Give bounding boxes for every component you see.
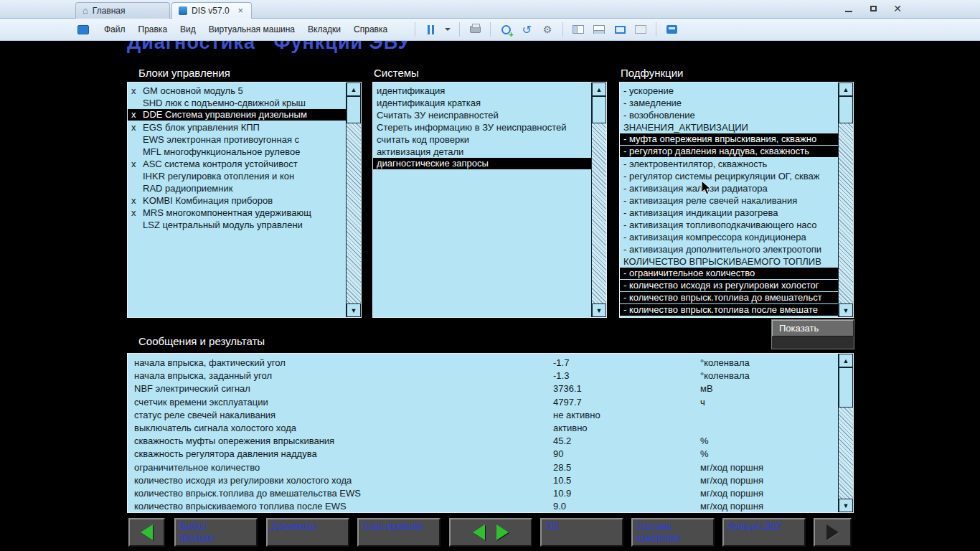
result-name: скважность регулятора давления наддува <box>134 448 317 461</box>
fullscreen-icon[interactable] <box>612 22 628 37</box>
scroll-thumb[interactable] <box>347 96 361 123</box>
control-unit-item[interactable]: xGM основной модуль 5 <box>128 85 346 97</box>
scroll-down-icon[interactable]: ▼ <box>347 303 361 317</box>
minimize-button[interactable] <box>839 1 858 15</box>
scroll-thumb[interactable] <box>839 367 853 408</box>
result-unit: мг/ход поршня <box>700 461 763 474</box>
revert-snapshot-icon[interactable]: ↺ <box>519 22 534 37</box>
subfunction-item[interactable]: - электровентилятор, скважность <box>620 158 838 170</box>
control-unit-item[interactable]: xEGS блок управления КПП <box>128 121 346 133</box>
subfunction-item[interactable]: ЗНАЧЕНИЯ_АКТИВИЗАЦИИ <box>620 121 838 133</box>
subfunction-item[interactable]: КОЛИЧЕСТВО ВПРЫСКИВАЕМОГО ТОПЛИВ <box>620 255 838 268</box>
control-unit-item[interactable]: xASC система контроля устойчивост <box>128 158 346 170</box>
page-navigation-button[interactable] <box>449 518 532 547</box>
chevron-down-icon[interactable] <box>443 22 452 37</box>
subfunction-item[interactable]: - количество исходя из регулировки холос… <box>620 280 838 291</box>
subfunction-item[interactable]: - замедление <box>620 97 838 109</box>
control-unit-item[interactable]: SHD люк с подъемно-сдвижной крыш <box>128 97 346 109</box>
take-snapshot-icon[interactable] <box>498 22 514 37</box>
systems-scrollbar[interactable]: ▲ ▼ <box>591 83 606 317</box>
tab-close-icon[interactable]: × <box>236 6 245 15</box>
scroll-down-icon[interactable]: ▼ <box>839 499 853 512</box>
console-view-icon[interactable] <box>633 22 649 37</box>
show-library-icon[interactable] <box>570 22 586 37</box>
control-unit-item[interactable]: xMRS многокомпонентная удерживающ <box>128 207 346 219</box>
unit-label: MRS многокомпонентная удерживающ <box>143 207 311 218</box>
menu-item[interactable]: Файл <box>98 21 132 38</box>
menu-item[interactable]: Справка <box>347 21 394 38</box>
menu-item[interactable]: Виртуальная машина <box>202 21 301 38</box>
menu-item[interactable]: Правка <box>132 21 174 38</box>
control-units-scrollbar[interactable]: ▲ ▼ <box>346 83 361 317</box>
show-thumbnails-icon[interactable] <box>591 22 607 37</box>
system-item[interactable]: считать код проверки <box>373 133 591 146</box>
control-unit-item[interactable]: xDDE Система управления дизельным <box>128 109 346 121</box>
snapshot-manager-icon[interactable]: ⚙ <box>540 22 555 37</box>
page-title: Диагностика Функции ЭБУ <box>127 41 410 52</box>
systems-list: идентификация идентификация краткая Счит… <box>373 83 591 317</box>
scroll-up-icon[interactable]: ▲ <box>347 83 361 96</box>
result-value: 45.2 <box>553 435 571 448</box>
subfunction-item[interactable]: - активизация жалюзи радиатора <box>620 182 838 194</box>
system-item[interactable]: Считать ЗУ неисправностей <box>373 109 591 121</box>
result-row: количество исходя из регулировки холосто… <box>128 474 838 487</box>
system-item[interactable]: активизация детали <box>373 146 591 158</box>
subfunction-item[interactable]: - количество впрыск.топлива после вмешат… <box>620 304 838 316</box>
show-button[interactable]: Показать <box>772 320 854 336</box>
subfunction-item[interactable]: - возобновление <box>620 109 838 121</box>
test-plan-button[interactable]: План проверки <box>357 518 440 547</box>
unit-mark: x <box>131 85 143 97</box>
dis-app-icon <box>179 6 187 15</box>
documents-button[interactable]: Документы <box>266 518 349 547</box>
control-unit-item[interactable]: EWS электронная противоугонная с <box>128 133 346 146</box>
toolbar-separator <box>490 22 491 37</box>
measurement-system-button[interactable]: Система измерений <box>631 518 715 547</box>
menu-item[interactable]: Вид <box>174 21 202 38</box>
subfunction-item[interactable]: - ограничительное количество <box>620 268 838 279</box>
system-item[interactable]: идентификация краткая <box>373 97 591 109</box>
subfunctions-scrollbar[interactable]: ▲ ▼ <box>838 83 853 317</box>
scroll-up-icon[interactable]: ▲ <box>592 83 606 96</box>
subfunction-item[interactable]: - регулятор давления наддува, скважность <box>620 146 838 157</box>
tab-home[interactable]: ⌂ Главная <box>75 2 170 19</box>
unity-icon[interactable] <box>664 22 679 37</box>
scroll-up-icon[interactable]: ▲ <box>839 354 853 367</box>
subfunction-item[interactable]: - муфта опережения впрыскивания, скважно <box>620 133 838 145</box>
ecu-functions-button[interactable]: Функции ЭБУ <box>722 518 806 547</box>
scroll-up-icon[interactable]: ▲ <box>839 83 853 96</box>
subfunction-item[interactable]: - регулятор системы рециркуляции ОГ, скв… <box>620 170 838 182</box>
select-function-button[interactable]: Выбор функции <box>174 518 258 547</box>
result-row: скважность регулятора давления наддува 9… <box>128 448 838 461</box>
restore-button[interactable] <box>864 1 882 15</box>
menu-item[interactable]: Вкладки <box>301 21 347 38</box>
scroll-thumb[interactable] <box>839 96 853 123</box>
subfunction-item[interactable]: - ускорение <box>620 85 838 97</box>
control-unit-item[interactable]: LSZ центральный модуль управлени <box>128 219 346 231</box>
system-item[interactable]: диагностические запросы <box>373 158 591 169</box>
system-item[interactable]: Стереть информацию в ЗУ неисправностей <box>373 121 591 133</box>
subfunction-item[interactable]: - активизация дополнительного электроото… <box>620 243 838 255</box>
subfunction-item[interactable]: - активизация индикации разогрева <box>620 207 838 219</box>
control-unit-item[interactable]: xKOMBI Комбинация приборов <box>128 194 346 207</box>
subfunction-item[interactable]: - активизация топливоподкачивающего насо <box>620 219 838 231</box>
toolbar-separator <box>656 22 656 37</box>
nav-previous-button[interactable] <box>128 518 165 547</box>
control-unit-item[interactable]: MFL многофункциональное рулевое <box>128 146 346 158</box>
system-item[interactable]: идентификация <box>373 85 591 97</box>
control-unit-item[interactable]: IHKR регулировка отопления и кон <box>128 170 346 182</box>
tab-dis[interactable]: DIS v57.0 × <box>171 2 252 19</box>
close-button[interactable]: ✕ <box>888 1 907 15</box>
control-unit-item[interactable]: RAD радиоприемник <box>128 182 346 194</box>
pause-icon[interactable] <box>423 22 438 37</box>
subfunction-item[interactable]: - активизация реле свечей накаливания <box>620 194 838 207</box>
scroll-thumb[interactable] <box>592 96 606 123</box>
subfunction-item[interactable]: - количество впрыск.топлива до вмешатель… <box>620 292 838 303</box>
tis-button[interactable]: TIS <box>540 518 623 547</box>
scroll-down-icon[interactable]: ▼ <box>592 303 606 317</box>
titlebar: ⌂ Главная DIS v57.0 × ✕ <box>0 0 980 19</box>
subfunction-item[interactable]: - активизация компрессора кондиционера <box>620 231 838 243</box>
scroll-down-icon[interactable]: ▼ <box>839 303 853 317</box>
print-icon[interactable] <box>467 22 483 37</box>
results-scrollbar[interactable]: ▲ ▼ <box>838 354 853 512</box>
nav-next-button[interactable] <box>814 518 852 547</box>
